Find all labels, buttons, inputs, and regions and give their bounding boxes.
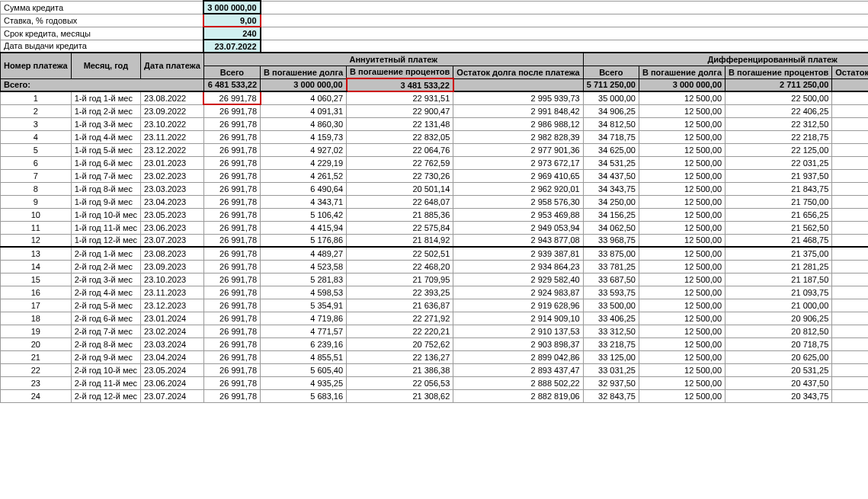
cell-month: 2-й год 3-й мес [71, 273, 140, 286]
cell-ann-principal: 4 855,51 [261, 350, 347, 363]
cell-diff-total: 33 312,50 [583, 325, 639, 337]
cell-month: 1-й год 4-й мес [71, 130, 140, 143]
table-row: 212-й год 9-й мес23.04.202426 991,784 85… [1, 350, 869, 363]
cell-ann-interest: 21 636,87 [347, 299, 453, 312]
cell-date: 23.08.2023 [141, 247, 204, 260]
cell-month: 1-й год 7-й мес [71, 169, 140, 182]
table-row: 101-й год 10-й мес23.05.202326 991,785 1… [1, 208, 869, 221]
cell-diff-principal: 12 500,00 [639, 260, 725, 273]
cell-diff-interest: 21 843,75 [725, 182, 832, 195]
cell-ann-interest: 22 468,20 [347, 260, 453, 273]
hdr-date: Дата платежа [141, 53, 204, 78]
cell-ann-balance: 2 888 502,22 [453, 376, 583, 389]
cell-ann-interest: 20 501,14 [347, 182, 453, 195]
table-row: 11-й год 1-й мес23.08.202226 991,784 060… [1, 91, 869, 104]
cell-n: 7 [1, 169, 72, 182]
cell-diff-balance: 2 712 500,00 [832, 376, 868, 389]
table-row: 232-й год 11-й мес23.06.202426 991,784 9… [1, 376, 869, 389]
cell-ann-balance: 2 924 983,87 [453, 286, 583, 299]
term-label: Срок кредита, месяцы [1, 27, 204, 40]
term-value[interactable]: 240 [203, 27, 260, 40]
cell-ann-interest: 22 931,51 [347, 91, 453, 104]
totals-label: Всего: [1, 78, 204, 91]
cell-diff-principal: 12 500,00 [639, 350, 725, 363]
cell-ann-total: 26 991,78 [203, 91, 260, 104]
cell-diff-balance: 2 787 500,00 [832, 299, 868, 312]
cell-diff-total: 34 812,50 [583, 117, 639, 130]
cell-month: 1-й год 8-й мес [71, 182, 140, 195]
table-row: 41-й год 4-й мес23.11.202226 991,784 159… [1, 130, 869, 143]
cell-date: 23.11.2023 [141, 286, 204, 299]
cell-ann-total: 26 991,78 [203, 130, 260, 143]
cell-ann-interest: 22 056,53 [347, 376, 453, 389]
cell-ann-balance: 2 949 053,94 [453, 221, 583, 234]
cell-month: 1-й год 11-й мес [71, 221, 140, 234]
cell-ann-total: 26 991,78 [203, 234, 260, 247]
cell-month: 2-й год 8-й мес [71, 337, 140, 350]
cell-diff-balance: 2 837 500,00 [832, 247, 868, 260]
cell-ann-balance: 2 903 898,37 [453, 337, 583, 350]
cell-n: 20 [1, 337, 72, 350]
cell-diff-balance: 2 900 000,00 [832, 182, 868, 195]
cell-n: 24 [1, 389, 72, 402]
cell-diff-principal: 12 500,00 [639, 247, 725, 260]
cell-ann-total: 26 991,78 [203, 363, 260, 376]
cell-diff-principal: 12 500,00 [639, 299, 725, 312]
table-row: 91-й год 9-й мес23.04.202326 991,784 343… [1, 195, 869, 208]
cell-diff-total: 34 718,75 [583, 130, 639, 143]
hdr-diff: Дифференцированный платеж [583, 53, 868, 66]
cell-ann-principal: 4 489,27 [261, 247, 347, 260]
cell-ann-interest: 22 730,26 [347, 169, 453, 182]
issue-value[interactable]: 23.07.2022 [203, 40, 260, 53]
param-rate-row: Ставка, % годовых 9,00 [1, 14, 869, 27]
cell-ann-balance: 2 910 137,53 [453, 325, 583, 337]
totals-diff-principal: 3 000 000,00 [639, 78, 725, 91]
cell-diff-principal: 12 500,00 [639, 363, 725, 376]
cell-diff-balance: 2 825 000,00 [832, 260, 868, 273]
cell-ann-total: 26 991,78 [203, 299, 260, 312]
cell-diff-total: 33 031,25 [583, 363, 639, 376]
cell-diff-interest: 22 312,50 [725, 117, 832, 130]
cell-ann-interest: 21 386,38 [347, 363, 453, 376]
cell-date: 23.06.2024 [141, 376, 204, 389]
hdr-month: Месяц, год [71, 53, 140, 78]
hdr-diff-interest: В погашение процентов [725, 66, 832, 78]
cell-diff-interest: 22 218,75 [725, 130, 832, 143]
hdr-ann-total: Всего [203, 66, 260, 78]
cell-date: 23.01.2023 [141, 156, 204, 169]
cell-diff-interest: 21 375,00 [725, 247, 832, 260]
cell-diff-balance: 2 950 000,00 [832, 130, 868, 143]
cell-n: 15 [1, 273, 72, 286]
cell-ann-principal: 4 598,53 [261, 286, 347, 299]
hdr-n: Номер платежа [1, 53, 72, 78]
cell-ann-principal: 5 281,83 [261, 273, 347, 286]
cell-ann-balance: 2 899 042,86 [453, 350, 583, 363]
loan-spreadsheet[interactable]: Сумма кредита 3 000 000,00 Ставка, % год… [0, 0, 868, 403]
cell-month: 1-й год 6-й мес [71, 156, 140, 169]
rate-value[interactable]: 9,00 [203, 14, 260, 27]
cell-diff-interest: 21 093,75 [725, 286, 832, 299]
cell-ann-principal: 4 091,31 [261, 104, 347, 117]
cell-n: 16 [1, 286, 72, 299]
amount-value[interactable]: 3 000 000,00 [203, 1, 260, 14]
cell-diff-balance: 2 862 500,00 [832, 221, 868, 234]
param-amount-row: Сумма кредита 3 000 000,00 [1, 1, 869, 14]
cell-diff-interest: 20 718,75 [725, 337, 832, 350]
cell-date: 23.03.2023 [141, 182, 204, 195]
cell-month: 2-й год 5-й мес [71, 299, 140, 312]
cell-n: 4 [1, 130, 72, 143]
cell-ann-total: 26 991,78 [203, 182, 260, 195]
cell-date: 23.04.2024 [141, 350, 204, 363]
cell-diff-principal: 12 500,00 [639, 286, 725, 299]
cell-month: 1-й год 2-й мес [71, 104, 140, 117]
cell-n: 6 [1, 156, 72, 169]
cell-date: 23.02.2024 [141, 325, 204, 337]
cell-ann-balance: 2 982 828,39 [453, 130, 583, 143]
cell-diff-balance: 2 762 500,00 [832, 325, 868, 337]
cell-ann-interest: 22 832,05 [347, 130, 453, 143]
cell-diff-principal: 12 500,00 [639, 376, 725, 389]
table-row: 21-й год 2-й мес23.09.202226 991,784 091… [1, 104, 869, 117]
cell-diff-total: 33 687,50 [583, 273, 639, 286]
table-row: 132-й год 1-й мес23.08.202326 991,784 48… [1, 247, 869, 260]
table-row: 142-й год 2-й мес23.09.202326 991,784 52… [1, 260, 869, 273]
